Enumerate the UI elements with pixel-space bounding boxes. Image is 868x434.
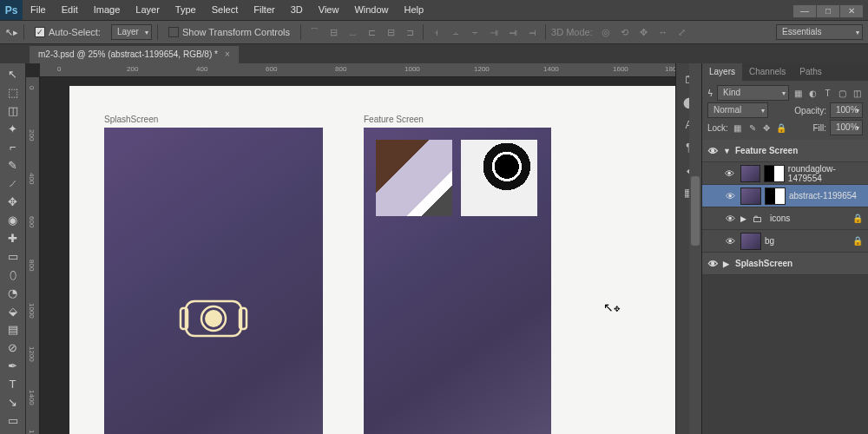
tool-pen[interactable]: ▤: [0, 320, 25, 339]
tool-gradient[interactable]: ⬯: [0, 266, 25, 284]
tool-blur[interactable]: ◔: [0, 284, 25, 302]
tool-dodge[interactable]: ⬙: [0, 302, 25, 320]
layer-abstract[interactable]: 👁 abstract-1199654: [702, 185, 868, 207]
tool-clone[interactable]: ◉: [0, 211, 25, 229]
visibility-toggle[interactable]: 👁: [723, 214, 737, 224]
3d-roll-icon[interactable]: ⟲: [617, 24, 633, 40]
menu-layer[interactable]: Layer: [128, 0, 168, 20]
3d-slide-icon[interactable]: ↔: [655, 24, 671, 40]
layer-roundaglow[interactable]: 👁 roundaglow-1479554: [702, 162, 868, 185]
close-tab-icon[interactable]: ×: [225, 46, 230, 63]
tool-type[interactable]: ⊘: [0, 339, 25, 357]
vertical-scrollbar[interactable]: [689, 63, 701, 434]
menu-file[interactable]: File: [23, 0, 54, 20]
filter-kind-dropdown[interactable]: Kind: [717, 85, 789, 101]
visibility-toggle[interactable]: 👁: [723, 236, 737, 247]
dist-vcenter-icon[interactable]: ⫠: [448, 24, 464, 40]
lock-transparent-icon[interactable]: ▦: [732, 123, 744, 133]
show-transform-checkbox[interactable]: [168, 27, 179, 37]
lock-pixels-icon[interactable]: ✎: [746, 123, 759, 133]
tool-eyedropper[interactable]: ✎: [0, 156, 25, 174]
dist-bottom-icon[interactable]: ⫟: [467, 24, 483, 40]
close-button[interactable]: ✕: [840, 5, 863, 17]
opacity-value[interactable]: 100%: [830, 102, 863, 118]
tool-move[interactable]: ↖: [0, 65, 25, 83]
ruler-vertical[interactable]: 0 200 400 600 800 1000 1200 1400 1600: [26, 77, 40, 434]
fill-value[interactable]: 100%: [830, 120, 863, 135]
tool-heal[interactable]: ⟋: [0, 174, 25, 193]
dist-top-icon[interactable]: ⫞: [429, 24, 444, 40]
visibility-toggle[interactable]: 👁: [723, 168, 737, 179]
visibility-toggle[interactable]: 👁: [706, 146, 720, 156]
type-filter-icon[interactable]: T: [821, 89, 833, 98]
align-left-icon[interactable]: ⊏: [364, 24, 379, 40]
dist-left-icon[interactable]: ⫣: [486, 24, 502, 40]
minimize-button[interactable]: —: [793, 5, 816, 17]
document-canvas[interactable]: SplashScreen Feature Screen: [69, 86, 675, 434]
tool-wand[interactable]: ✦: [0, 120, 25, 138]
tab-layers[interactable]: Layers: [702, 63, 742, 81]
artboard-feature[interactable]: [364, 128, 551, 434]
show-transform-option[interactable]: Show Transform Controls: [163, 23, 295, 41]
tab-channels[interactable]: Channels: [742, 63, 792, 81]
smart-filter-icon[interactable]: ◫: [851, 89, 863, 98]
tool-zoom[interactable]: ▭: [0, 411, 25, 430]
menu-view[interactable]: View: [311, 0, 347, 20]
tool-shape[interactable]: T: [0, 375, 25, 393]
menu-filter[interactable]: Filter: [246, 0, 282, 20]
menu-window[interactable]: Window: [346, 0, 396, 20]
dist-right-icon[interactable]: ⫤: [524, 24, 540, 40]
ruler-horizontal[interactable]: 0 200 400 600 800 1000 1200 1400 1600 18…: [40, 63, 675, 77]
expand-icon[interactable]: ▶: [723, 260, 732, 268]
align-hcenter-icon[interactable]: ⊟: [383, 24, 398, 40]
tab-paths[interactable]: Paths: [792, 63, 829, 81]
menu-3d[interactable]: 3D: [283, 0, 311, 20]
align-top-icon[interactable]: ⎴: [306, 24, 322, 40]
tool-marquee[interactable]: ⬚: [0, 83, 25, 102]
dist-hcenter-icon[interactable]: ⫥: [505, 24, 521, 40]
layer-bg[interactable]: 👁 bg 🔒: [702, 230, 868, 253]
lock-position-icon[interactable]: ✥: [760, 123, 773, 133]
align-bottom-icon[interactable]: ⎵: [345, 24, 360, 40]
align-right-icon[interactable]: ⊐: [402, 24, 418, 40]
tool-crop[interactable]: ⌐: [0, 138, 25, 156]
3d-orbit-icon[interactable]: ◎: [598, 24, 614, 40]
artboard-splash[interactable]: [104, 128, 323, 434]
visibility-toggle[interactable]: 👁: [723, 191, 737, 201]
menu-help[interactable]: Help: [397, 0, 432, 20]
auto-select-target-dropdown[interactable]: Layer: [111, 24, 152, 40]
blend-mode-dropdown[interactable]: Normal: [707, 102, 768, 118]
layer-group-feature[interactable]: 👁 ▼ Feature Screen: [702, 140, 868, 162]
maximize-button[interactable]: □: [817, 5, 839, 17]
visibility-toggle[interactable]: 👁: [706, 259, 720, 269]
menu-select[interactable]: Select: [204, 0, 247, 20]
pixel-filter-icon[interactable]: ▦: [792, 89, 805, 98]
auto-select-checkbox[interactable]: ✓: [35, 27, 45, 37]
layer-group-splash[interactable]: 👁 ▶ SplashScreen: [702, 253, 868, 275]
lock-all-icon[interactable]: 🔒: [775, 123, 787, 133]
thumb-lens[interactable]: [461, 140, 537, 216]
canvas[interactable]: 0 200 400 600 800 1000 1200 1400 1600 Sp…: [26, 77, 675, 434]
adjust-filter-icon[interactable]: ◐: [807, 89, 819, 98]
tool-history[interactable]: ✚: [0, 229, 25, 247]
tool-eraser[interactable]: ▭: [0, 247, 25, 266]
shape-filter-icon[interactable]: ▢: [836, 89, 848, 98]
3d-zoom-icon[interactable]: ⤢: [674, 24, 690, 40]
workspace-switcher[interactable]: Essentials: [776, 24, 863, 40]
tool-path[interactable]: ✒: [0, 357, 25, 375]
tool-hand[interactable]: ↘: [0, 393, 25, 411]
tool-lasso[interactable]: ◫: [0, 102, 25, 120]
menu-type[interactable]: Type: [168, 0, 204, 20]
layers-panel: Layers Channels Paths ϟ Kind ▦ ◐ T ▢ ◫ N…: [701, 63, 868, 434]
layer-folder-icons[interactable]: 👁 ▶ 🗀 icons 🔒: [702, 207, 868, 230]
3d-pan-icon[interactable]: ✥: [636, 24, 652, 40]
auto-select-option[interactable]: ✓ Auto-Select:: [30, 23, 106, 41]
tool-brush[interactable]: ✥: [0, 193, 25, 211]
expand-icon[interactable]: ▼: [723, 147, 732, 155]
expand-icon[interactable]: ▶: [740, 214, 749, 223]
document-tab[interactable]: m2-3.psd @ 25% (abstract-1199654, RGB/8)…: [30, 46, 239, 63]
menu-image[interactable]: Image: [86, 0, 128, 20]
thumb-abstract[interactable]: [376, 140, 452, 216]
align-vcenter-icon[interactable]: ⊟: [326, 24, 341, 40]
menu-edit[interactable]: Edit: [54, 0, 86, 20]
